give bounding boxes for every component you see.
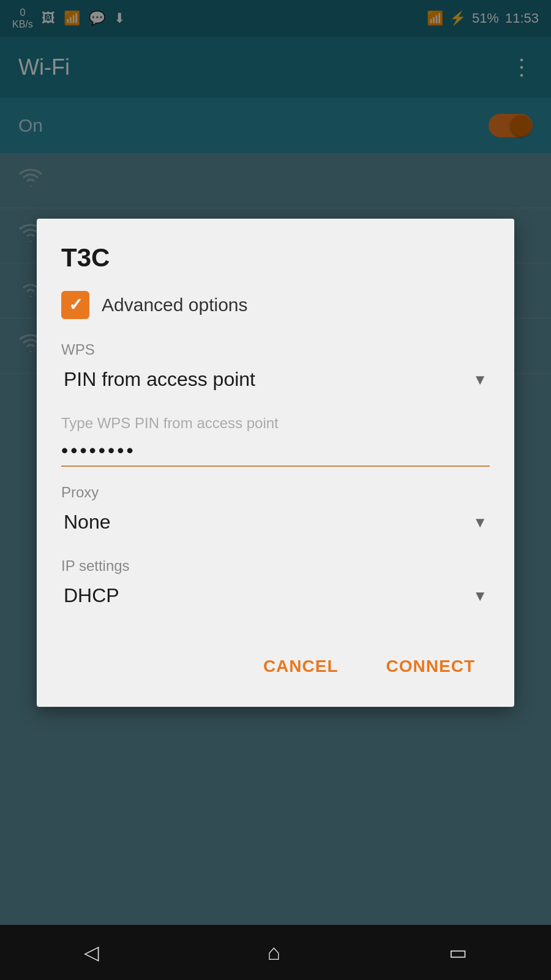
wps-value: PIN from access point (64, 368, 255, 391)
advanced-options-row[interactable]: ✓ Advanced options (61, 291, 490, 319)
ip-settings-label: IP settings (61, 557, 490, 575)
dialog-overlay: T3C ✓ Advanced options WPS PIN from acce… (0, 0, 551, 925)
advanced-options-label: Advanced options (102, 295, 248, 315)
home-button[interactable]: ⌂ (268, 940, 281, 965)
proxy-label: Proxy (61, 484, 490, 501)
pin-input-group: Type WPS PIN from access point (61, 415, 490, 467)
recents-button[interactable]: ▭ (449, 941, 467, 964)
ip-settings-field-group: IP settings DHCP ▼ (61, 557, 490, 614)
back-button[interactable]: ◁ (84, 941, 99, 964)
dialog-title: T3C (61, 243, 490, 273)
wifi-connect-dialog: T3C ✓ Advanced options WPS PIN from acce… (37, 219, 514, 707)
wps-field-group: WPS PIN from access point ▼ (61, 341, 490, 398)
ip-settings-dropdown-arrow-icon: ▼ (473, 587, 487, 605)
nav-bar: ◁ ⌂ ▭ (0, 925, 551, 980)
advanced-options-checkbox[interactable]: ✓ (61, 291, 89, 319)
connect-button[interactable]: CONNECT (372, 644, 490, 688)
wps-dropdown-arrow-icon: ▼ (473, 371, 487, 388)
ip-settings-dropdown[interactable]: DHCP ▼ (61, 578, 490, 614)
cancel-button[interactable]: CANCEL (249, 644, 353, 688)
proxy-dropdown-arrow-icon: ▼ (473, 514, 487, 531)
wps-dropdown[interactable]: PIN from access point ▼ (61, 362, 490, 398)
pin-placeholder: Type WPS PIN from access point (61, 415, 490, 432)
pin-input[interactable] (61, 437, 490, 464)
pin-underline (61, 466, 490, 467)
dialog-buttons: CANCEL CONNECT (61, 638, 490, 688)
proxy-value: None (64, 511, 111, 533)
proxy-dropdown[interactable]: None ▼ (61, 505, 490, 540)
proxy-field-group: Proxy None ▼ (61, 484, 490, 540)
checkmark-icon: ✓ (69, 295, 83, 315)
wps-label: WPS (61, 341, 490, 358)
ip-settings-value: DHCP (64, 584, 119, 607)
